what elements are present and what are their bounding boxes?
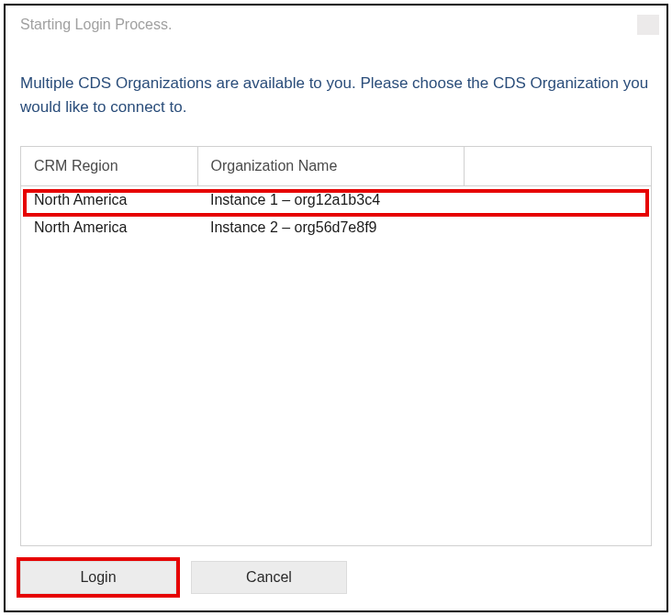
table-row[interactable]: North America Instance 1 – org12a1b3c4 [21,186,651,214]
cell-region: North America [21,186,197,214]
organization-table-wrap: CRM Region Organization Name North Ameri… [20,146,652,546]
table-row[interactable]: North America Instance 2 – org56d7e8f9 [21,214,651,241]
header-empty [464,147,651,186]
dialog-content: Multiple CDS Organizations are available… [6,44,666,561]
table-header-row: CRM Region Organization Name [21,147,651,186]
organization-table: CRM Region Organization Name North Ameri… [21,147,651,241]
cell-org: Instance 1 – org12a1b3c4 [197,186,464,214]
window-title: Starting Login Process. [20,17,172,33]
header-org[interactable]: Organization Name [197,147,464,186]
cell-org: Instance 2 – org56d7e8f9 [197,214,464,241]
title-bar: Starting Login Process. [6,6,666,44]
login-dialog: Starting Login Process. Multiple CDS Org… [4,4,668,612]
login-button[interactable]: Login [20,561,176,594]
cancel-button[interactable]: Cancel [191,561,347,594]
button-bar: Login Cancel [6,561,666,610]
close-button[interactable] [637,15,659,35]
instruction-text: Multiple CDS Organizations are available… [20,72,652,118]
cell-region: North America [21,214,197,241]
header-region[interactable]: CRM Region [21,147,197,186]
